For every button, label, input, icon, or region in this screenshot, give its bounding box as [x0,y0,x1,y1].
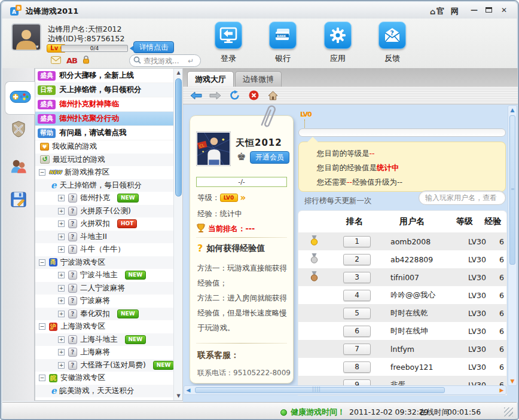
forward-button[interactable] [209,90,221,102]
tree-item[interactable]: +?德州扑克NEW [35,192,173,205]
title-bar[interactable]: AB 边锋游戏2011 ⌂官 网 — ✕ [2,2,517,19]
avatar-dropdown-icon[interactable]: ▾ [36,44,39,50]
tree-item[interactable]: +?上海麻将 [35,346,173,359]
table-row[interactable]: 8freeboy121LV306 [298,358,506,376]
collapse-toggle-icon[interactable]: − [39,375,45,381]
expand-toggle-icon[interactable]: + [58,311,65,317]
home-button[interactable] [267,90,279,102]
tree-item[interactable]: −皖安徽游戏专区 [35,372,173,385]
tree-item[interactable]: +?宁波麻将 [35,295,173,308]
details-button[interactable]: 详情点击 [133,41,174,53]
back-button[interactable] [190,90,202,102]
lock-icon[interactable] [83,55,90,66]
expand-toggle-icon[interactable]: + [58,336,65,343]
font-setting-icon[interactable]: AB [66,56,77,65]
expand-toggle-icon[interactable]: + [58,234,65,240]
announcement-item[interactable]: 日常天上掉馅饼，每日领积分 [35,83,173,97]
scroll-down-icon[interactable]: ▼ [508,377,517,385]
rank-button[interactable]: 3 [343,272,371,283]
scroll-right-icon[interactable]: ▶ [497,386,506,394]
rank-search-box[interactable] [419,191,506,205]
left-panel-scrollbar[interactable]: ▲ ▼ [173,69,182,400]
enter-icon[interactable]: ↵ [188,57,194,65]
table-row[interactable]: 2ab4228809LV306 [298,250,506,268]
expand-toggle-icon[interactable]: + [58,246,65,253]
tree-item[interactable]: +?大怪路子(送对局费)NEW [35,359,173,372]
action-login[interactable]: 登录 [210,22,246,64]
announcement-item[interactable]: 盛典积分大挪移，全新上线 [35,69,173,83]
tree-item[interactable]: +?二人宁波麻将 [35,282,173,295]
minimize-button[interactable]: — [468,6,480,15]
expand-toggle-icon[interactable]: + [58,220,65,227]
scroll-up-icon[interactable]: ▲ [174,69,183,77]
scrollbar-thumb[interactable] [175,78,182,197]
table-row[interactable]: 6时时在线坤LV306 [298,322,506,340]
action-apps[interactable]: 应用 [320,22,356,64]
tree-item[interactable]: +?斗地主II [35,231,173,244]
collapse-toggle-icon[interactable]: − [39,323,45,330]
tree-item[interactable]: +?火拼双扣HOT [35,217,173,231]
announcement-item[interactable]: 盛典德州扑克聚分行动 [35,112,173,126]
scroll-left-icon[interactable]: ◀ [184,386,193,394]
resize-grip[interactable] [504,407,513,416]
close-button[interactable]: ✕ [498,6,510,15]
tree-item[interactable]: ↺最近玩过的游戏 [35,154,173,167]
announcement-item[interactable]: 帮助有问题，请试着点我 [35,126,173,140]
tree-item[interactable]: +?火拼原子(公测) [35,205,173,218]
table-row[interactable]: 3tifni007LV306 [298,268,506,286]
tree-item[interactable]: −甬宁波游戏专区 [35,256,173,269]
rank-search-input[interactable] [425,191,506,204]
tree-item[interactable]: +?上海斗地主NEW [35,333,173,347]
rail-item-games[interactable] [5,81,35,115]
tree-item[interactable]: ♥我收藏的游戏 [35,140,173,154]
expand-toggle-icon[interactable]: + [58,208,65,214]
expand-toggle-icon[interactable]: + [58,362,65,369]
rank-button[interactable]: 1 [343,236,371,247]
game-search-box[interactable]: ↵ [129,54,201,67]
tree-item[interactable]: e皖美游戏，天天送积分 [35,385,173,398]
rank-button[interactable]: 4 [343,290,371,301]
tab-游戏大厅[interactable]: 游戏大厅 [187,71,234,87]
rail-item-friends[interactable] [2,151,35,184]
scrollbar-thumb[interactable]: ≡ [509,115,515,265]
tree-item[interactable]: +?奉化双扣NEW [35,308,173,321]
profile-avatar[interactable]: CL [196,131,231,166]
rank-button[interactable]: 8 [343,361,371,373]
official-site-link[interactable]: ⌂官 网 [430,6,460,17]
expand-toggle-icon[interactable]: + [58,195,65,201]
member-button[interactable]: 开通会员 [250,151,289,164]
expand-toggle-icon[interactable]: + [58,272,65,278]
expand-toggle-icon[interactable]: + [58,349,65,355]
tree-item[interactable]: +?斗牛（牛牛） [35,243,173,256]
content-vertical-scrollbar[interactable]: ▲ ▼ ≡ [508,105,517,386]
table-row[interactable]: 5时时在线乾LV306 [298,304,506,322]
scroll-up-icon[interactable]: ▲ [508,106,517,114]
collapse-toggle-icon[interactable]: − [39,259,45,266]
search-input[interactable] [144,57,185,65]
maximize-button[interactable] [483,6,494,15]
tree-item[interactable]: −NEW新游戏推荐区 [35,166,173,179]
level-more-icon[interactable]: » [240,192,246,203]
announcement-item[interactable]: 盛典德州扑克财神降临 [35,97,173,112]
table-row[interactable]: 4吟吟@@我心LV306 [298,286,506,304]
expand-toggle-icon[interactable]: + [58,285,65,292]
table-row[interactable]: 1aomb2008LV306 [298,232,506,250]
action-bank[interactable]: BANK银行 [265,22,301,64]
table-row[interactable]: 7lntfymLV306 [298,340,506,358]
stop-button[interactable] [248,90,260,102]
scrollbar-thumb[interactable]: |||| [195,387,445,393]
tree-item[interactable]: +?宁波斗地主NEW [35,269,173,282]
scroll-down-icon[interactable]: ▼ [174,392,183,400]
collapse-toggle-icon[interactable]: − [39,169,45,176]
tree-item[interactable]: −沪上海游戏专区 [35,320,173,333]
expand-toggle-icon[interactable]: + [58,298,65,304]
mail-icon[interactable] [51,55,61,66]
action-feedback[interactable]: ?反馈 [374,22,410,64]
tree-item[interactable]: e天上掉馅饼，每日领积分 [35,179,173,192]
rank-button[interactable]: 6 [343,326,371,337]
content-horizontal-scrollbar[interactable]: ◀ ▶ |||| [184,385,506,395]
rail-item-records[interactable] [2,184,35,217]
rail-item-arena[interactable] [2,114,35,147]
rank-button[interactable]: 7 [343,344,371,355]
refresh-button[interactable] [228,90,240,102]
